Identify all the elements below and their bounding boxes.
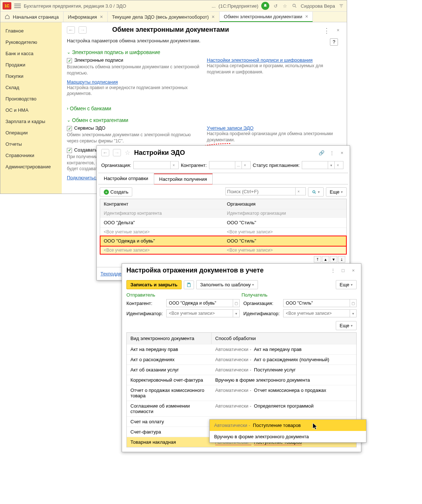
description: Возможность обмена электронными документ…	[67, 64, 199, 76]
checkbox-edo-services[interactable]: ✓	[67, 126, 72, 131]
checkbox-label: Электронные подписи	[74, 57, 123, 63]
nav-back[interactable]: ←	[67, 26, 75, 34]
help-button[interactable]: ?	[330, 38, 338, 46]
tab-home[interactable]: Начальная страница	[0, 12, 64, 22]
sidebar-item[interactable]: Операции	[0, 127, 62, 138]
sidebar-item[interactable]: Покупки	[0, 70, 62, 82]
more-button[interactable]: Еще ▾	[326, 187, 347, 196]
sidebar: Главное Руководителю Банк и касса Продаж…	[0, 22, 62, 194]
org-label: Организация:	[101, 163, 131, 168]
svg-point-5	[313, 191, 315, 193]
maximize-icon[interactable]: □	[340, 267, 346, 274]
sidebar-item[interactable]: Зарплата и кадры	[0, 116, 62, 127]
link-sign-settings[interactable]: Настройки электронной подписи и шифрован…	[207, 57, 339, 63]
table-row[interactable]: Корректировочный счет-фактураВручную в ф…	[127, 375, 356, 385]
dropdown-item-manual[interactable]: Вручную в форме электронного документа	[210, 431, 366, 442]
close-icon[interactable]: ×	[350, 267, 357, 274]
search-button[interactable]: ▾	[308, 187, 324, 196]
th-org: Организация	[223, 199, 346, 209]
id-input[interactable]: ▾	[283, 309, 357, 317]
sidebar-item[interactable]: Продажи	[0, 59, 62, 70]
tab-receive-settings[interactable]: Настройки получения	[154, 173, 213, 184]
create-button[interactable]: +Создать	[100, 187, 132, 196]
nav-forward[interactable]: →	[79, 26, 87, 34]
titlebar: 1C Бухгалтерия предприятия, редакция 3.0…	[0, 0, 347, 11]
link-routes[interactable]: Маршруты подписания	[67, 79, 199, 85]
user-name[interactable]: Сидорова Вера	[301, 3, 335, 9]
status-input[interactable]: ▾×	[302, 161, 343, 169]
pager-last[interactable]: ⤓	[338, 256, 345, 263]
table-row-selected[interactable]: ООО "Одежда и обувь"ООО "Стиль"	[100, 236, 346, 246]
more-button[interactable]: Еще ▾	[336, 280, 357, 289]
save-button[interactable]	[184, 280, 194, 289]
filter-icon[interactable]	[338, 3, 345, 9]
tab-exchange[interactable]: Обмен электронными документами ×	[220, 12, 313, 22]
link-icon[interactable]: 🔗	[318, 149, 325, 156]
contr-input[interactable]: ▢	[166, 299, 240, 307]
kebab-icon[interactable]: ⋮	[323, 27, 330, 34]
table-row[interactable]: Акт на передачу правАвтоматически - Акт …	[127, 344, 356, 354]
sidebar-item[interactable]: Справочники	[0, 150, 62, 161]
fill-template-button[interactable]: Заполнить по шаблону ▾	[196, 280, 258, 289]
section-signature[interactable]: ⌄ Электронная подпись и шифрование	[67, 49, 339, 55]
th-counterparty: Контрагент	[100, 199, 223, 209]
table-row[interactable]: ООО "Дельта"ООО "Стиль"	[100, 218, 346, 228]
sidebar-item[interactable]: Производство	[0, 93, 62, 104]
nav-back[interactable]: ←	[101, 149, 109, 156]
checkbox-esign[interactable]: ✓	[67, 58, 72, 63]
kebab-icon[interactable]: ⋮	[328, 149, 335, 156]
th-processing: Способ обработки	[212, 333, 356, 344]
org-input[interactable]: ×	[133, 161, 179, 169]
kebab-icon[interactable]: ⋮	[330, 267, 336, 274]
svg-line-1	[295, 7, 296, 8]
checkbox-autocreate[interactable]: ✓	[67, 148, 72, 153]
star-icon[interactable]: ☆	[282, 3, 288, 9]
tabbar: Начальная страница Информация × Текущие …	[0, 11, 347, 22]
sidebar-item[interactable]: Склад	[0, 82, 62, 93]
search-input[interactable]: ×	[225, 187, 306, 195]
pager-down[interactable]: ▼	[330, 256, 337, 263]
close-icon[interactable]: ×	[100, 14, 103, 20]
table-row-id: <Все учетные записи><Все учетные записи>	[100, 228, 346, 236]
table-row[interactable]: Акт об оказании услугАвтоматически - Пос…	[127, 364, 356, 375]
tab-info[interactable]: Информация ×	[64, 12, 108, 22]
save-close-button[interactable]: Записать и закрыть	[126, 280, 182, 289]
tab-send-settings[interactable]: Настройки отправки	[98, 173, 154, 184]
tab-edo-tasks[interactable]: Текущие дела ЭДО (весь документооборот) …	[108, 12, 220, 22]
id-input[interactable]: ▾	[166, 309, 240, 317]
section-counterparties[interactable]: ⌄ Обмен с контрагентами	[67, 117, 339, 123]
contr-input[interactable]: ...×	[209, 161, 251, 169]
more-button[interactable]: Еще ▾	[336, 321, 357, 330]
sidebar-item[interactable]: Администрирование	[0, 161, 62, 172]
table-row[interactable]: Акт о расхожденияхАвтоматически - Акт о …	[127, 354, 356, 364]
window-title: Настройки ЭДО	[134, 149, 185, 157]
logo-1c: 1C	[3, 2, 11, 9]
link-accounts[interactable]: Учетные записи ЭДО	[207, 125, 339, 131]
sidebar-item[interactable]: Главное	[0, 25, 62, 37]
close-icon[interactable]: ×	[337, 27, 339, 33]
table-row[interactable]: Соглашение об изменении стоимостиАвтомат…	[127, 401, 356, 416]
table-row[interactable]: Отчет о продажах комиссионного товараАвт…	[127, 385, 356, 401]
chevron-right-icon: ›	[67, 106, 68, 111]
close-icon[interactable]: ×	[212, 14, 214, 20]
bell-icon[interactable]	[261, 2, 269, 10]
star-icon[interactable]: ☆	[125, 149, 130, 157]
org-input[interactable]: ▢	[283, 299, 357, 307]
sidebar-item[interactable]: Отчеты	[0, 138, 62, 150]
sidebar-item[interactable]: ОС и НМА	[0, 104, 62, 116]
sidebar-item[interactable]: Руководителю	[0, 37, 62, 48]
support-link[interactable]: Техподдер	[100, 271, 124, 276]
section-banks[interactable]: › Обмен с банками	[67, 106, 339, 111]
history-icon[interactable]: ↺	[272, 3, 279, 9]
id-label: Идентификатор:	[126, 311, 163, 316]
search-icon[interactable]	[291, 3, 298, 9]
pager-first[interactable]: ⤒	[314, 256, 321, 263]
pager-up[interactable]: ▲	[322, 256, 329, 263]
dropdown-item-auto[interactable]: Автоматически - Поступление товаров	[210, 420, 366, 431]
menu-icon[interactable]	[14, 3, 21, 9]
close-icon[interactable]: ×	[339, 149, 345, 156]
close-icon[interactable]: ×	[305, 14, 308, 19]
org-label: Организация:	[243, 301, 280, 306]
sidebar-item[interactable]: Банк и касса	[0, 48, 62, 59]
nav-forward[interactable]: →	[113, 149, 121, 156]
